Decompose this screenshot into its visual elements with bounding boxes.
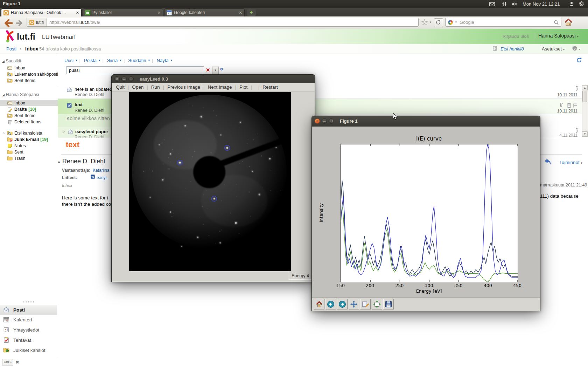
lut-logo[interactable]: [5, 30, 15, 42]
sidebar-folder-notes[interactable]: Notes: [0, 143, 58, 149]
zoom-button[interactable]: [360, 299, 371, 309]
spellcheck-button[interactable]: ABC▾: [2, 359, 13, 366]
sidebar-folder-sent[interactable]: Sent: [0, 149, 58, 155]
menu-item-open[interactable]: Open: [132, 84, 144, 90]
network-icon[interactable]: [501, 1, 508, 7]
engine-dropdown-icon[interactable]: ▼: [455, 21, 457, 24]
module-item-teht-v-t[interactable]: Tehtävät: [0, 335, 57, 345]
subplots-button[interactable]: [372, 299, 382, 309]
save-button[interactable]: [383, 299, 394, 309]
settings-menu[interactable]: Asetukset ▾: [542, 46, 565, 52]
flag-icon[interactable]: [572, 103, 578, 108]
figure-titlebar[interactable]: ✕ — ❏ Figure 1: [312, 116, 540, 127]
breadcrumb-root[interactable]: Posti: [6, 46, 16, 52]
clear-search-icon[interactable]: ✕: [206, 67, 210, 73]
forward-button[interactable]: [337, 299, 348, 309]
mail-indicator-icon[interactable]: [489, 1, 496, 7]
tab-close-icon[interactable]: ✕: [76, 11, 79, 15]
expand-chevrons-icon[interactable]: »: [219, 68, 225, 70]
browser-tab[interactable]: Hanna Salopaasi - Outlook ...✕: [1, 8, 82, 16]
module-item-julkiset-kansiot[interactable]: Julkiset kansiot: [0, 346, 57, 355]
figure-canvas[interactable]: I(E)-curve Intensity Energy [eV] 1502002…: [312, 127, 540, 298]
search-input[interactable]: [66, 66, 204, 74]
toolbar-item-suodatin[interactable]: Suodatin: [128, 58, 146, 63]
menu-item-restart[interactable]: Restart: [262, 84, 278, 90]
sidebar-folder-deleted-items[interactable]: Deleted Items: [0, 119, 58, 125]
address-book-icon[interactable]: [492, 46, 498, 51]
home-button[interactable]: [564, 18, 573, 27]
module-item-posti[interactable]: Posti: [0, 305, 57, 315]
attachment-link[interactable]: easyL: [97, 175, 108, 180]
easyleed-titlebar[interactable]: ✕ — ❏ easyLeed 0.3: [112, 75, 315, 83]
expander-icon[interactable]: ▷: [63, 130, 65, 133]
browser-tab[interactable]: PyInstaller✕: [83, 8, 163, 16]
sidebar-folder-trash[interactable]: Trash: [0, 155, 58, 161]
url-bar[interactable]: lut.fi https://webmail.lut.fi/owa/: [27, 18, 419, 27]
google-engine-icon[interactable]: [448, 20, 453, 25]
close-icon[interactable]: ✕: [114, 76, 120, 82]
sidebar-folder-sent-items[interactable]: Sent Items: [0, 77, 58, 83]
pan-button[interactable]: [349, 299, 359, 309]
scrollbar-up-icon[interactable]: ▲: [582, 85, 588, 90]
plot-axes[interactable]: [341, 144, 518, 282]
find-person-link[interactable]: Etsi henkilö: [500, 46, 524, 52]
search-scope-dropdown[interactable]: ▼: [212, 67, 219, 75]
tab-close-icon[interactable]: ✕: [158, 11, 161, 15]
home-button[interactable]: [314, 299, 324, 309]
module-item-yhteystiedot[interactable]: Yhteystiedot: [0, 325, 57, 335]
actions-menu[interactable]: Toiminnot ▾: [559, 160, 582, 165]
menu-item-plot[interactable]: Plot: [239, 84, 247, 90]
menu-item-previous-image[interactable]: Previous Image: [167, 84, 200, 90]
forward-button[interactable]: [15, 19, 24, 26]
scrollbar-thumb[interactable]: [582, 91, 587, 102]
minimize-icon[interactable]: —: [322, 118, 327, 124]
account-menu[interactable]: Hanna Salopaasi ▾: [538, 33, 579, 39]
close-icon[interactable]: ✖: [15, 360, 19, 365]
minimize-icon[interactable]: —: [121, 76, 127, 82]
help-dropdown-icon[interactable]: ▾: [579, 48, 580, 51]
browser-tab[interactable]: 21Google-kalenteri✕: [164, 8, 245, 16]
volume-icon[interactable]: [511, 1, 519, 7]
maximize-icon[interactable]: ❏: [329, 118, 334, 124]
search-bar[interactable]: ▼ Google: [445, 18, 561, 27]
favorites-header[interactable]: ◢ Suosikit: [2, 59, 21, 63]
clock[interactable]: Mon Nov 21 12:21: [523, 1, 560, 7]
breadcrumb-current[interactable]: Inbox: [25, 46, 38, 52]
reply-arrow-icon[interactable]: [544, 159, 551, 165]
reading-sender[interactable]: Renee D. Diehl: [62, 158, 105, 165]
search-magnifier-icon[interactable]: [553, 20, 559, 25]
splitter-handle[interactable]: •••••: [23, 300, 35, 304]
toolbar-item-uusi[interactable]: Uusi: [64, 58, 74, 63]
sidebar-folder-inbox[interactable]: Inbox: [0, 65, 58, 71]
toolbar-item-poista[interactable]: Poista: [84, 58, 97, 63]
sidebar-folder-drafts[interactable]: Drafts[10]: [0, 106, 58, 112]
user-menu-icon[interactable]: [568, 1, 575, 7]
expander-icon[interactable]: ▷: [3, 131, 7, 135]
close-icon[interactable]: ✕: [315, 118, 320, 124]
refresh-icon[interactable]: [576, 57, 582, 63]
menu-item-quit[interactable]: Quit: [116, 84, 125, 90]
to-value[interactable]: Katariina: [93, 168, 109, 173]
url-text[interactable]: https://webmail.lut.fi/owa/: [49, 20, 100, 25]
leed-image[interactable]: [129, 92, 291, 271]
menu-item-next-image[interactable]: Next Image: [208, 84, 232, 90]
maximize-icon[interactable]: ❏: [128, 76, 134, 82]
bookmark-star-icon[interactable]: [421, 19, 428, 25]
help-icon[interactable]: ?: [572, 46, 578, 51]
back-button[interactable]: [326, 299, 336, 309]
logout-link[interactable]: kirjaudu ulos: [503, 34, 529, 39]
module-item-kalenteri[interactable]: Kalenteri: [0, 315, 57, 325]
sidebar-folder-inbox[interactable]: Inbox: [0, 100, 58, 106]
new-tab-button[interactable]: +: [247, 9, 256, 16]
tab-close-icon[interactable]: ✕: [239, 11, 242, 15]
bookmark-dropdown-icon[interactable]: ▼: [429, 21, 432, 24]
sidebar-folder-etsi-kansioista[interactable]: ▷Etsi kansioista: [0, 130, 58, 136]
sidebar-folder-sent-items[interactable]: Sent Items: [0, 113, 58, 118]
toolbar-item-siirrä[interactable]: Siirrä: [107, 58, 118, 63]
checkbox-checked-icon[interactable]: [66, 103, 72, 108]
toolbar-item-näytä[interactable]: Näytä: [157, 58, 169, 63]
account-folders-header[interactable]: ◢ Hanna Salopaasi: [2, 92, 39, 97]
scrollbar-down-icon[interactable]: ▼: [582, 131, 588, 137]
collapse-icon[interactable]: ▲: [57, 160, 61, 163]
site-identity-chip[interactable]: lut.fi: [27, 18, 47, 26]
